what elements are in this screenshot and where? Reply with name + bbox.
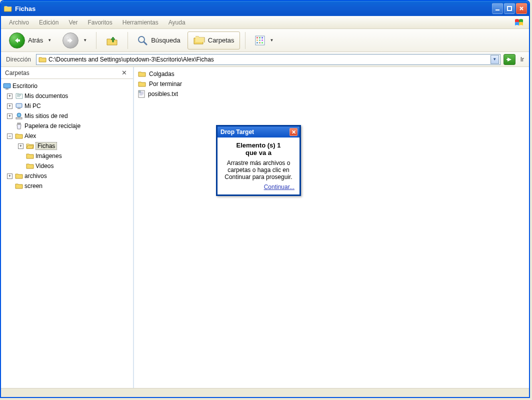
svg-rect-10 (256, 42, 258, 44)
menubar: Archivo Edición Ver Favoritos Herramient… (1, 16, 529, 29)
my-documents-icon (15, 92, 23, 100)
tree-node-network[interactable]: + Mis sitios de red (5, 111, 132, 121)
menu-archivo[interactable]: Archivo (4, 18, 34, 28)
expand-icon[interactable]: + (7, 104, 12, 109)
search-button[interactable]: Búsqueda (133, 33, 184, 48)
go-label: Ir (518, 56, 526, 63)
continue-link[interactable]: Continuar... (264, 184, 294, 190)
titlebar[interactable]: Fichas (1, 1, 529, 16)
menu-favoritos[interactable]: Favoritos (82, 18, 117, 28)
folders-label: Carpetas (208, 36, 234, 44)
dialog-headline-2: que va a (246, 149, 272, 156)
file-name: posibles.txt (148, 90, 178, 98)
svg-rect-19 (18, 123, 20, 124)
folders-panel: Carpetas ✕ Escritorio + (1, 67, 134, 388)
back-button[interactable]: Atrás ▼ (5, 30, 56, 50)
tree-label: Videos (36, 162, 54, 170)
tree-node-my-pc[interactable]: + Mi PC (5, 101, 132, 111)
maximize-button[interactable] (504, 3, 515, 14)
tree-label: Imágenes (36, 152, 62, 160)
svg-rect-1 (508, 6, 512, 10)
dropdown-arrow-icon: ▼ (270, 38, 274, 42)
tree-node-recycle[interactable]: Papelera de reciclaje (5, 121, 132, 131)
svg-rect-18 (16, 118, 22, 119)
expand-icon[interactable]: + (18, 144, 24, 149)
dropdown-arrow-icon: ▼ (48, 38, 52, 42)
svg-rect-7 (256, 40, 258, 41)
tree-label: Fichas (36, 142, 57, 150)
tree-node-videos[interactable]: Videos (16, 161, 132, 171)
tree-node-screen[interactable]: screen (5, 181, 132, 191)
address-dropdown-button[interactable]: ▼ (490, 55, 499, 64)
address-combo[interactable]: ▼ (36, 54, 500, 65)
network-icon (15, 112, 23, 120)
tree-label: Escritorio (12, 82, 38, 90)
folder-tree[interactable]: Escritorio + Mis documentos + M (1, 79, 133, 388)
tree-label: archivos (24, 172, 47, 180)
views-icon (254, 35, 266, 46)
folder-icon (38, 56, 46, 63)
recycle-bin-icon (15, 122, 23, 130)
address-label: Dirección (4, 56, 33, 63)
forward-button[interactable]: ▼ (58, 30, 91, 50)
svg-rect-15 (16, 104, 22, 108)
folder-icon (138, 80, 146, 88)
minimize-button[interactable] (492, 3, 503, 14)
expand-icon[interactable]: + (7, 114, 12, 119)
tree-label: Mis documentos (24, 92, 68, 100)
file-list[interactable]: Colgadas Por terminar posibles.txt (134, 67, 529, 388)
folder-open-icon (26, 142, 34, 150)
window-title: Fichas (15, 5, 36, 12)
list-item[interactable]: posibles.txt (138, 89, 525, 99)
tree-node-my-documents[interactable]: + Mis documentos (5, 91, 132, 101)
svg-rect-13 (4, 84, 10, 88)
expand-icon[interactable]: + (7, 94, 12, 99)
search-label: Búsqueda (151, 36, 180, 44)
address-input[interactable] (48, 56, 488, 63)
up-button[interactable] (102, 32, 122, 49)
dialog-title: Drop Target (220, 128, 254, 136)
folders-button[interactable]: Carpetas (188, 32, 240, 50)
expand-icon[interactable]: + (7, 174, 12, 179)
svg-rect-21 (139, 91, 140, 92)
tree-node-desktop[interactable]: Escritorio (2, 81, 132, 91)
folder-icon (15, 182, 23, 190)
tree-label: Papelera de reciclaje (24, 122, 80, 130)
menu-edicion[interactable]: Edición (34, 18, 64, 28)
dialog-titlebar[interactable]: Drop Target ✕ (218, 126, 300, 138)
toolbar: Atrás ▼ ▼ Búsqueda (1, 29, 529, 52)
drop-target-dialog[interactable]: Drop Target ✕ Elemento (s) 1 que va a Ar… (216, 125, 301, 196)
collapse-icon[interactable]: − (7, 134, 12, 139)
dialog-body: Elemento (s) 1 que va a Arrastre más arc… (218, 138, 300, 194)
list-item[interactable]: Colgadas (138, 69, 525, 79)
back-arrow-icon (9, 32, 25, 48)
my-computer-icon (15, 102, 23, 110)
folders-panel-header: Carpetas ✕ (1, 67, 133, 79)
menu-ver[interactable]: Ver (64, 18, 82, 28)
tree-node-imagenes[interactable]: Imágenes (16, 151, 132, 161)
tree-node-archivos[interactable]: + archivos (5, 171, 132, 181)
tree-label: Mis sitios de red (24, 112, 68, 120)
tree-node-fichas[interactable]: + Fichas (16, 141, 132, 151)
tree-label: Mi PC (24, 102, 41, 110)
panel-close-button[interactable]: ✕ (120, 69, 129, 76)
svg-rect-14 (6, 88, 8, 90)
dialog-message: Arrastre más archivos o carpetas o haga … (222, 160, 294, 180)
go-button[interactable] (504, 54, 516, 65)
views-button[interactable]: ▼ (250, 33, 278, 48)
tree-node-alex[interactable]: − Alex (5, 131, 132, 141)
explorer-window: Fichas Archivo Edición Ver Favoritos Her… (0, 0, 530, 398)
folder-icon (15, 172, 23, 180)
list-item[interactable]: Por terminar (138, 79, 525, 89)
folder-icon (15, 132, 23, 140)
close-button[interactable] (516, 3, 527, 14)
address-bar: Dirección ▼ Ir (1, 52, 529, 67)
search-icon (137, 35, 148, 46)
dialog-close-button[interactable]: ✕ (290, 128, 298, 136)
svg-rect-5 (259, 37, 260, 38)
menu-herramientas[interactable]: Herramientas (118, 18, 164, 28)
back-label: Atrás (28, 36, 43, 44)
menu-ayuda[interactable]: Ayuda (164, 18, 190, 28)
svg-rect-9 (262, 40, 263, 41)
forward-arrow-icon (62, 32, 78, 48)
